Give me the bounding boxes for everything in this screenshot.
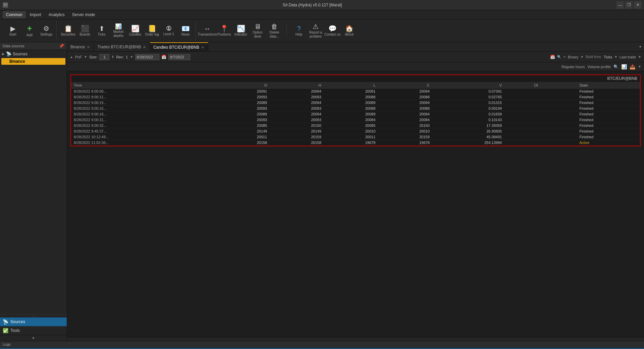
tab-binance[interactable]: Binance ✕ — [67, 42, 94, 52]
app-icon: S# — [3, 2, 8, 8]
tools-bottom-label: Tools — [10, 328, 20, 333]
cell-c: 20088 — [378, 106, 432, 111]
cell-empty — [541, 100, 577, 106]
pair-name: BTC/EUR@BNB — [607, 76, 637, 81]
start-date-input[interactable] — [135, 54, 159, 60]
cell-l: 20089 — [324, 100, 378, 106]
cell-l: 20085 — [324, 123, 378, 129]
about-icon: 🏠 — [345, 25, 354, 32]
pnf-arrow[interactable]: ▼ — [84, 55, 87, 59]
search-icon2[interactable]: 🔍 — [613, 64, 619, 69]
toolbar-arrow-up[interactable]: ▲ — [70, 55, 73, 59]
last-trade-arrow[interactable]: ▼ — [638, 55, 641, 59]
indicator-button[interactable]: 📉 Indicator — [233, 21, 249, 40]
cell-v: 0.01658 — [432, 111, 504, 117]
menu-item-server[interactable]: Server mode — [69, 11, 99, 18]
table-body: 8/28/2022 9:00:00... 20091 20094 20091 2… — [71, 89, 640, 146]
menu-item-common[interactable]: Common — [3, 11, 26, 18]
tools-icon: ✅ — [3, 328, 8, 333]
sidebar-source-binance[interactable]: Binance — [1, 58, 65, 65]
binary-arrow[interactable]: ▼ — [580, 55, 584, 59]
minimize-button[interactable]: — — [616, 1, 624, 9]
menu-item-analytics[interactable]: Analytics — [45, 11, 68, 18]
securities-button[interactable]: 📋 Securities — [60, 21, 76, 40]
transactions-button[interactable]: ↔ Transactions — [199, 21, 215, 40]
boards-button[interactable]: ⬛ Boards — [77, 21, 93, 40]
col-v: V — [432, 82, 504, 89]
calendar-icon2[interactable]: 📅 — [550, 55, 555, 59]
add-button[interactable]: + Add — [21, 21, 38, 40]
restore-button[interactable]: ❐ — [625, 1, 633, 9]
market-depths-button[interactable]: 📊 Market depths — [110, 21, 126, 40]
build-from-value: Ticks — [604, 55, 612, 59]
help-icon: ? — [297, 25, 301, 32]
candles-view-icon[interactable]: 📊 — [621, 64, 627, 69]
sidebar-item-sources[interactable]: ▶ 📡 Sources — [0, 50, 67, 58]
tab-candles-close[interactable]: ✕ — [201, 45, 205, 50]
build-from-label: Build from: — [586, 55, 602, 59]
transactions-icon: ↔ — [204, 25, 211, 32]
order-log-button[interactable]: 📒 Order log — [144, 21, 160, 40]
option-desk-button[interactable]: 🖥 Option desk — [250, 21, 266, 40]
datasources-pin[interactable]: 📌 — [59, 44, 64, 48]
cell-oi — [504, 140, 541, 146]
sidebar-bottom-sources[interactable]: 📡 Sources — [0, 317, 67, 326]
table-row: 8/28/2022 11:02:36... 20158 20158 19678 … — [71, 140, 640, 146]
end-date-input[interactable] — [168, 54, 190, 60]
news-button[interactable]: 📧 News — [177, 21, 194, 40]
menu-item-import[interactable]: Import — [26, 11, 45, 18]
col-empty — [541, 82, 577, 89]
level1-button[interactable]: ① Level 1 — [161, 21, 177, 40]
start-button[interactable]: ▶ Start — [5, 21, 21, 40]
size-arrows[interactable]: ⬆ — [111, 55, 114, 59]
cell-v: 254.13984 — [432, 140, 504, 146]
cell-time: 8/28/2022 9:00:00... — [71, 89, 216, 94]
securities-icon: 📋 — [64, 25, 72, 32]
tab-candles[interactable]: Candles BTC/EUR@BNB ✕ — [150, 42, 208, 52]
cell-v: 0.07391 — [432, 89, 504, 94]
indicator-icon: 📉 — [237, 25, 245, 32]
delete-data-button[interactable]: 🗑 Delete data... — [266, 21, 282, 40]
calendar-icon[interactable]: 📅 — [161, 55, 166, 59]
help-button[interactable]: ? Help — [291, 21, 307, 40]
tab-trades[interactable]: Trades BTC/EUR@BNB ✕ — [94, 42, 150, 52]
cell-o: 20089 — [216, 111, 270, 117]
report-problem-button[interactable]: ⚠ Report a problem — [308, 21, 324, 40]
tab-actions: ▼ — [637, 42, 644, 51]
more-icon[interactable]: ▼ — [638, 65, 641, 68]
candles-button[interactable]: 📈 Candles — [127, 21, 143, 40]
menubar: Common Import Analytics Server mode — [0, 10, 644, 19]
close-icon[interactable]: ✕ — [563, 55, 566, 59]
last-trade-label: Last trade — [620, 55, 636, 59]
build-from-arrow[interactable]: ▼ — [614, 55, 618, 59]
cell-oi — [504, 89, 541, 94]
size-input[interactable] — [99, 54, 109, 60]
sidebar-bottom-tools[interactable]: ✅ Tools — [0, 326, 67, 335]
sidebar-resize-handle[interactable]: ─ ─ — [0, 315, 67, 317]
contact-button[interactable]: 💬 Contact us — [324, 21, 340, 40]
settings-button[interactable]: ⚙ Settings — [38, 21, 54, 40]
toolbar-group-marketdata: ↔ Transactions 📍 Positions 📉 Indicator 🖥… — [197, 21, 284, 41]
rev-arrow[interactable]: ▼ — [130, 55, 133, 59]
cell-state: Finished — [577, 129, 640, 134]
ticks-button[interactable]: ⬆ Ticks — [94, 21, 110, 40]
tab-dropdown[interactable]: ▼ — [639, 45, 642, 49]
datasources-label: Data sources — [3, 44, 24, 48]
level1-icon: ① — [166, 26, 171, 32]
close-button[interactable]: ✕ — [634, 1, 641, 9]
settings-icon: ⚙ — [43, 25, 49, 32]
tab-binance-close[interactable]: ✕ — [86, 45, 90, 49]
cell-l: 20011 — [324, 134, 378, 140]
cell-oi — [504, 111, 541, 117]
tab-trades-close[interactable]: ✕ — [142, 45, 146, 49]
sidebar-collapse[interactable]: ▼ — [0, 335, 67, 341]
cell-v: 0.00194 — [432, 106, 504, 111]
toolbar-group-securities: 📋 Securities ⬛ Boards ⬆ Ticks 📊 Market d… — [58, 21, 196, 41]
about-button[interactable]: 🏠 About — [341, 21, 357, 40]
hscrollbar[interactable] — [67, 337, 644, 341]
panel-area: ▲ PnF ▼ Size: ⬆ Rev: 1 ▼ 📅 — [67, 52, 644, 337]
cell-c: 20150 — [378, 123, 432, 129]
positions-button[interactable]: 📍 Positions — [216, 21, 232, 40]
search-icon[interactable]: 🔍 — [557, 55, 561, 59]
export-icon[interactable]: 📤 — [630, 64, 635, 69]
